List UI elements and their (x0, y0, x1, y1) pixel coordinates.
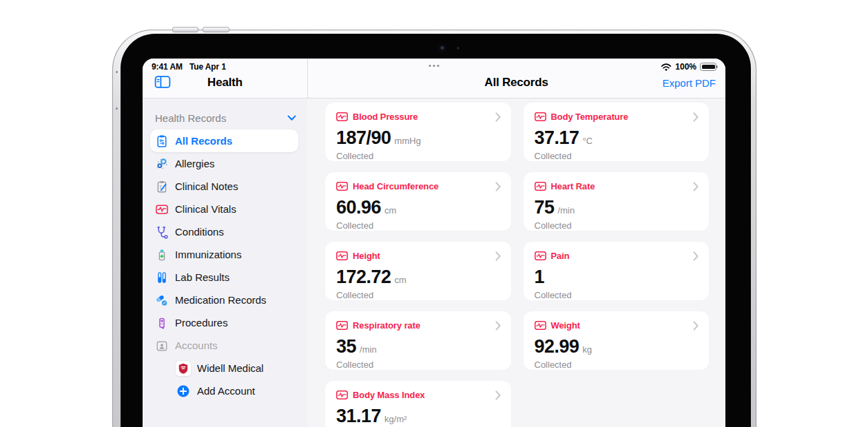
record-title: Head Circumference (353, 181, 439, 191)
record-unit: kg (583, 344, 592, 355)
wifi-icon (661, 63, 672, 71)
record-card-body-temperature[interactable]: Body Temperature 37.17 °C Collected (524, 103, 710, 161)
sidebar-item-clinical-vitals[interactable]: Clinical Vitals (143, 198, 307, 220)
record-unit: °C (583, 136, 593, 146)
status-date: Tue Apr 1 (189, 62, 226, 72)
sidebar-item-label: Allergies (175, 158, 215, 169)
medication-records-icon (155, 293, 169, 307)
record-title: Body Mass Index (353, 390, 425, 400)
microphone-hole (116, 71, 118, 73)
procedures-icon (155, 316, 169, 330)
vitals-badge-icon (336, 112, 348, 121)
record-status: Collected (336, 360, 500, 370)
records-panel: Blood Pressure 187/90 mmHg Collected Bod… (307, 99, 725, 427)
page-background: 9:41 AM Tue Apr 1 100% (0, 0, 868, 427)
record-unit: cm (395, 275, 406, 285)
volume-down-button (203, 27, 229, 32)
status-time: 9:41 AM (152, 62, 183, 72)
record-title: Height (353, 251, 380, 261)
top-chrome: 9:41 AM Tue Apr 1 100% (143, 59, 725, 98)
sidebar-item-label: Add Account (197, 385, 255, 397)
volume-up-button (172, 27, 198, 32)
sidebar-item-all-records[interactable]: All Records (150, 129, 298, 152)
vitals-badge-icon (336, 251, 348, 260)
multitasking-dots[interactable] (429, 65, 440, 67)
record-status: Collected (535, 290, 699, 300)
accounts-icon (155, 339, 169, 353)
sidebar-item-label: Immunizations (175, 249, 242, 260)
vitals-badge-icon (336, 182, 348, 191)
chevron-right-icon (693, 251, 699, 264)
record-card-pain[interactable]: Pain 1 Collected (524, 242, 710, 300)
record-value: 75 (535, 197, 555, 218)
record-title: Body Temperature (551, 112, 628, 122)
record-unit: /min (360, 344, 377, 355)
sidebar-item-accounts[interactable]: Accounts (143, 334, 307, 357)
record-value: 31.17 (336, 406, 381, 427)
sidebar-item-label: Widell Medical (197, 362, 264, 374)
sidebar-item-procedures[interactable]: Procedures (143, 311, 307, 334)
vitals-badge-icon (535, 182, 546, 191)
all-records-icon (155, 134, 169, 148)
conditions-icon (155, 225, 169, 239)
immunizations-icon (155, 248, 169, 262)
record-value: 92.99 (535, 336, 579, 357)
sidebar-item-label: Medication Records (175, 294, 267, 306)
chevron-right-icon (693, 112, 699, 125)
record-title: Weight (551, 320, 581, 331)
vitals-badge-icon (336, 321, 348, 330)
battery-icon (700, 63, 716, 71)
record-card-head-circumference[interactable]: Head Circumference 60.96 cm Collected (325, 172, 511, 231)
record-value: 60.96 (336, 197, 381, 218)
sidebar-item-widell-medical[interactable]: Widell Medical (143, 357, 307, 379)
sidebar-section-health-records[interactable]: Health Records (143, 109, 307, 127)
ipad-bezel: 9:41 AM Tue Apr 1 100% (121, 34, 751, 427)
record-card-weight[interactable]: Weight 92.99 kg Collected (524, 311, 710, 370)
vitals-badge-icon (535, 251, 546, 260)
sidebar-item-label: Procedures (175, 317, 228, 329)
record-value: 1 (535, 267, 545, 288)
record-status: Collected (336, 220, 500, 231)
record-card-height[interactable]: Height 172.72 cm Collected (325, 242, 511, 300)
record-card-blood-pressure[interactable]: Blood Pressure 187/90 mmHg Collected (325, 103, 511, 161)
sidebar-item-label: Conditions (175, 226, 224, 238)
lab-results-icon (155, 271, 169, 284)
record-title: Blood Pressure (353, 112, 418, 122)
status-bar: 9:41 AM Tue Apr 1 100% (143, 59, 725, 73)
widell-medical-shield-icon (176, 361, 191, 376)
chevron-down-icon[interactable] (287, 115, 296, 121)
allergies-icon (155, 157, 169, 171)
sidebar-item-lab-results[interactable]: Lab Results (143, 266, 307, 289)
records-grid: Blood Pressure 187/90 mmHg Collected Bod… (307, 99, 725, 427)
chevron-right-icon (693, 182, 699, 194)
sidebar-item-immunizations[interactable]: Immunizations (143, 243, 307, 266)
screen: 9:41 AM Tue Apr 1 100% (143, 59, 725, 427)
vitals-badge-icon (535, 321, 546, 330)
sidebar-item-label: Clinical Notes (175, 180, 238, 192)
sidebar-item-conditions[interactable]: Conditions (143, 220, 307, 243)
section-label: Health Records (155, 112, 287, 124)
sidebar-item-allergies[interactable]: Allergies (143, 152, 307, 175)
vitals-badge-icon (535, 112, 546, 121)
vitals-badge-icon (336, 390, 348, 399)
record-unit: mmHg (395, 136, 421, 146)
chevron-right-icon (495, 112, 501, 125)
record-card-respiratory-rate[interactable]: Respiratory rate 35 /min Collected (325, 311, 511, 370)
sidebar-item-label: Clinical Vitals (175, 203, 236, 215)
record-unit: cm (384, 205, 396, 216)
record-status: Collected (336, 290, 500, 300)
chevron-right-icon (495, 182, 501, 194)
sidebar-item-medication-records[interactable]: Medication Records (143, 289, 307, 311)
sidebar-item-clinical-notes[interactable]: Clinical Notes (143, 175, 307, 198)
record-value: 187/90 (336, 127, 391, 149)
record-title: Respiratory rate (353, 320, 420, 331)
record-status: Collected (535, 151, 699, 161)
record-card-heart-rate[interactable]: Heart Rate 75 /min Collected (524, 172, 710, 231)
chevron-right-icon (495, 390, 501, 403)
record-title: Heart Rate (551, 181, 595, 191)
sidebar-item-add-account[interactable]: Add Account (143, 379, 307, 402)
microphone-hole (116, 107, 118, 110)
export-pdf-button[interactable]: Export PDF (662, 77, 716, 89)
record-status: Collected (535, 360, 699, 370)
record-card-body-mass-index[interactable]: Body Mass Index 31.17 kg/m² Collected (325, 381, 511, 427)
